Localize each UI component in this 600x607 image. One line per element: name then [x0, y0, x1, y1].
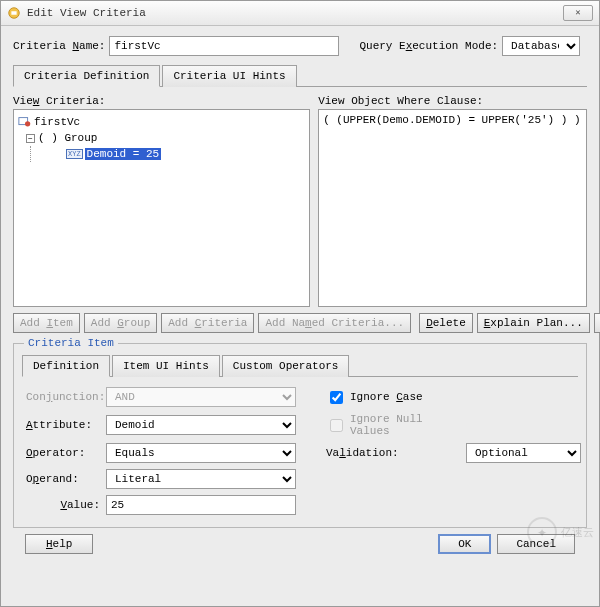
- add-group-button[interactable]: Add Group: [84, 313, 157, 333]
- criteria-button-row: Add Item Add Group Add Criteria Add Name…: [13, 313, 587, 333]
- xyz-icon: XYZ: [66, 149, 83, 159]
- tab-item-ui-hints[interactable]: Item UI Hints: [112, 355, 220, 377]
- criteria-item-legend: Criteria Item: [24, 337, 118, 349]
- test-button[interactable]: Test: [594, 313, 600, 333]
- tab-item-definition[interactable]: Definition: [22, 355, 110, 377]
- svg-point-3: [25, 121, 30, 126]
- exec-mode-label: Query Execution Mode:: [359, 40, 498, 52]
- window-title: Edit View Criteria: [27, 7, 563, 19]
- titlebar: Edit View Criteria ✕: [1, 1, 599, 26]
- criteria-name-input[interactable]: [109, 36, 339, 56]
- ignore-null-checkbox: Ignore Null Values: [326, 413, 466, 437]
- attribute-label: Attribute:: [26, 419, 106, 431]
- ignore-case-input[interactable]: [330, 391, 343, 404]
- close-button[interactable]: ✕: [563, 5, 593, 21]
- where-clause-label: View Object Where Clause:: [318, 95, 587, 107]
- operand-label: Operand:: [26, 473, 106, 485]
- main-tabs: Criteria Definition Criteria UI Hints: [13, 64, 587, 87]
- validation-select[interactable]: Optional: [466, 443, 581, 463]
- header-row: Criteria Name: Query Execution Mode: Dat…: [13, 36, 587, 56]
- operator-label: Operator:: [26, 447, 106, 459]
- view-criteria-tree[interactable]: firstVc − ( ) Group XYZ Demoid = 25: [13, 109, 310, 307]
- watermark: ✦ 亿速云: [527, 517, 594, 547]
- operator-select[interactable]: Equals: [106, 443, 296, 463]
- footer-bar: Help OK Cancel: [13, 528, 587, 554]
- criteria-icon: [18, 116, 32, 128]
- add-named-criteria-button[interactable]: Add Named Criteria...: [258, 313, 411, 333]
- conjunction-label: Conjunction:: [26, 391, 106, 403]
- svg-rect-1: [11, 11, 16, 15]
- watermark-icon: ✦: [527, 517, 557, 547]
- tree-root[interactable]: firstVc: [18, 114, 305, 130]
- tab-item-custom-operators[interactable]: Custom Operators: [222, 355, 350, 377]
- help-button[interactable]: Help: [25, 534, 93, 554]
- collapse-icon[interactable]: −: [26, 134, 35, 143]
- ignore-null-input: [330, 419, 343, 432]
- validation-label: Validation:: [326, 447, 466, 459]
- attribute-select[interactable]: Demoid: [106, 415, 296, 435]
- operand-select[interactable]: Literal: [106, 469, 296, 489]
- conjunction-select: AND: [106, 387, 296, 407]
- view-criteria-label: View Criteria:: [13, 95, 310, 107]
- criteria-item-fieldset: Criteria Item Definition Item UI Hints C…: [13, 343, 587, 528]
- criteria-name-label: Criteria Name:: [13, 40, 105, 52]
- tab-criteria-definition[interactable]: Criteria Definition: [13, 65, 160, 87]
- where-clause-box: ( (UPPER(Demo.DEMOID) = UPPER('25') ) ): [318, 109, 587, 307]
- exec-mode-select[interactable]: Database: [502, 36, 580, 56]
- value-input[interactable]: [106, 495, 296, 515]
- add-item-button[interactable]: Add Item: [13, 313, 80, 333]
- app-icon: [7, 6, 21, 20]
- item-tabs: Definition Item UI Hints Custom Operator…: [22, 354, 578, 377]
- delete-button[interactable]: Delete: [419, 313, 473, 333]
- value-label: Value:: [26, 499, 106, 511]
- ok-button[interactable]: OK: [438, 534, 491, 554]
- tree-group[interactable]: − ( ) Group: [18, 130, 305, 146]
- ignore-case-checkbox[interactable]: Ignore Case: [326, 388, 466, 407]
- explain-plan-button[interactable]: Explain Plan...: [477, 313, 590, 333]
- tree-leaf[interactable]: XYZ Demoid = 25: [18, 146, 305, 162]
- add-criteria-button[interactable]: Add Criteria: [161, 313, 254, 333]
- dialog-window: Edit View Criteria ✕ Criteria Name: Quer…: [0, 0, 600, 607]
- main-tab-body: View Criteria: firstVc − ( ) Group: [13, 87, 587, 528]
- tree-leaf-label: Demoid = 25: [85, 148, 162, 160]
- tab-criteria-ui-hints[interactable]: Criteria UI Hints: [162, 65, 296, 87]
